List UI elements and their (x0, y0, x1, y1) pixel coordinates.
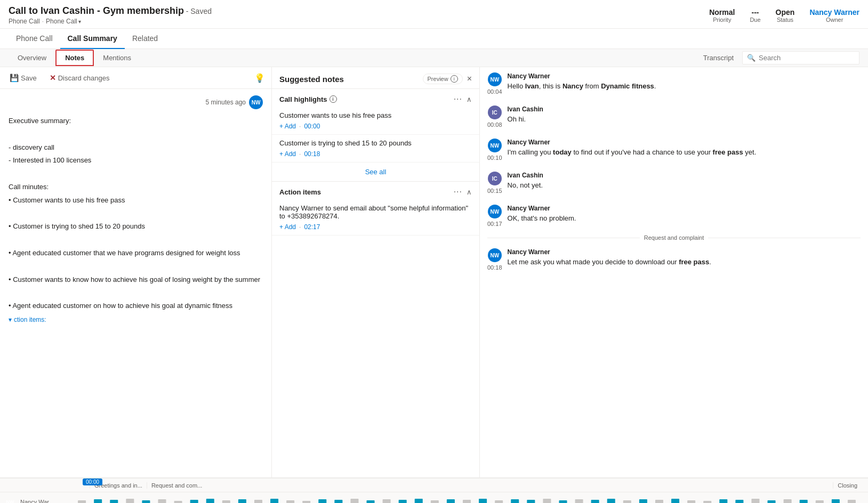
time-link-1[interactable]: 00:00 (304, 123, 320, 130)
preview-badge: Preview i (423, 74, 463, 84)
chevron-down-icon: ▾ (9, 316, 12, 323)
tab-phone-call[interactable]: Phone Call (9, 29, 60, 49)
svg-rect-47 (832, 499, 840, 503)
svg-rect-36 (655, 500, 663, 503)
transcript-entry-3: NW 00:10 Nancy Warner I'm calling you to… (480, 133, 868, 166)
transcript-entry-5: NW 00:17 Nancy Warner OK, that's no prob… (480, 199, 868, 232)
priority-meta: Normal Priority (709, 8, 735, 23)
search-input[interactable] (759, 54, 844, 62)
close-suggested-button[interactable]: × (467, 74, 472, 84)
info-icon-highlights: i (329, 95, 337, 103)
track-nw: NW Nancy War... (0, 494, 868, 503)
collapse-button[interactable]: ▾ ction items: (9, 314, 263, 326)
subtab-notes[interactable]: Notes (55, 50, 94, 66)
owner-meta[interactable]: Nancy Warner Owner (809, 8, 859, 23)
svg-rect-48 (848, 500, 856, 503)
timeline-tracks: NW Nancy War... (0, 492, 868, 503)
svg-rect-33 (607, 499, 615, 503)
save-button[interactable]: 💾 Save (6, 71, 40, 84)
svg-rect-23 (447, 499, 455, 503)
info-icon: i (451, 75, 458, 83)
avatar-nw-4: NW (488, 248, 502, 262)
svg-rect-43 (768, 500, 776, 503)
add-highlight-2-button[interactable]: + Add (279, 150, 296, 158)
svg-rect-41 (735, 500, 743, 503)
svg-rect-40 (719, 499, 727, 503)
svg-rect-38 (687, 500, 695, 503)
svg-rect-5 (158, 499, 166, 503)
header-subtitle: Phone Call · Phone Call ▾ (9, 18, 212, 25)
highlight-item-2-actions: + Add · 00:18 (279, 150, 472, 158)
search-box[interactable]: 🔍 (742, 51, 859, 64)
header-right: Normal Priority --- Due Open Status Nanc… (709, 8, 859, 23)
svg-rect-13 (286, 500, 294, 503)
action-more-button[interactable]: ··· (454, 187, 462, 197)
discard-button[interactable]: ✕ Discard changes (46, 71, 113, 84)
header: Call to Ivan Cashin - Gym membership - S… (0, 0, 868, 29)
action-items-section: Action items ··· ∧ Nancy Warner to send … (272, 182, 479, 241)
more-options-button[interactable]: ··· (454, 94, 462, 104)
svg-rect-7 (190, 500, 198, 503)
svg-rect-34 (623, 500, 631, 503)
section-actions-actions: ··· ∧ (454, 187, 472, 197)
collapse-actions-button[interactable]: ∧ (467, 188, 472, 196)
timeline-section-closing: Closing (833, 482, 868, 489)
notes-panel: 💾 Save ✕ Discard changes 💡 5 minutes ago… (0, 67, 272, 477)
subtab-overview[interactable]: Overview (9, 49, 55, 67)
timeline-section-request: Request and com... (147, 482, 206, 489)
suggested-title: Suggested notes (279, 75, 344, 84)
notes-content[interactable]: Executive summary: - discovery call - In… (9, 116, 263, 312)
action-items-title: Action items (279, 188, 321, 196)
notes-toolbar-right: 💡 (254, 73, 265, 83)
lightbulb-icon: 💡 (254, 74, 265, 83)
phone-call-dropdown[interactable]: Phone Call ▾ (46, 18, 81, 25)
transcript-panel: NW 00:04 Nancy Warner Hello Ivan, this i… (480, 67, 868, 477)
tab-related[interactable]: Related (125, 29, 165, 49)
svg-rect-28 (527, 500, 535, 503)
svg-rect-22 (431, 500, 439, 503)
svg-rect-46 (816, 500, 824, 503)
add-highlight-1-button[interactable]: + Add (279, 123, 296, 130)
time-link-2[interactable]: 00:18 (304, 150, 320, 158)
svg-rect-16 (334, 500, 342, 503)
call-highlights-title: Call highlights i (279, 95, 337, 103)
svg-rect-39 (703, 501, 711, 503)
due-meta: --- Due (750, 8, 760, 23)
chevron-down-icon: ▾ (78, 19, 81, 25)
action-time-link-1[interactable]: 02:17 (304, 223, 320, 231)
transcript-label: Transcript (695, 50, 742, 66)
svg-rect-18 (367, 500, 375, 503)
svg-rect-32 (591, 500, 599, 503)
svg-rect-10 (238, 499, 246, 503)
notes-timestamp: 5 minutes ago NW (9, 95, 263, 109)
svg-rect-15 (318, 499, 326, 503)
track-bars-nw (62, 498, 864, 503)
add-action-1-button[interactable]: + Add (279, 223, 296, 231)
svg-rect-31 (575, 499, 583, 503)
svg-rect-4 (142, 500, 150, 503)
svg-rect-2 (110, 500, 118, 503)
avatar-nw-2: NW (488, 139, 502, 152)
timeline-header: 00:00 Greetings and in... Request and co… (0, 478, 868, 492)
subtab-mentions[interactable]: Mentions (94, 49, 140, 67)
svg-rect-45 (800, 500, 808, 503)
svg-rect-37 (671, 499, 679, 503)
svg-rect-8 (206, 499, 214, 503)
svg-rect-1 (94, 499, 102, 503)
collapse-highlights-button[interactable]: ∧ (467, 95, 472, 103)
transcript-entry-4: IC 00:15 Ivan Cashin No, not yet. (480, 166, 868, 199)
action-item-1: Nancy Warner to send email about "some h… (272, 200, 479, 236)
svg-rect-3 (126, 499, 134, 503)
page-title: Call to Ivan Cashin - Gym membership - S… (9, 5, 212, 17)
status-meta: Open Status (776, 8, 795, 23)
sub-tabs-right: Transcript 🔍 (695, 50, 859, 66)
svg-rect-14 (302, 501, 310, 503)
close-icon: ✕ (50, 74, 56, 82)
call-highlights-section: Call highlights i ··· ∧ Customer wants t… (272, 89, 479, 182)
transcript-entry-1: NW 00:04 Nancy Warner Hello Ivan, this i… (480, 67, 868, 100)
tab-call-summary[interactable]: Call Summary (60, 29, 125, 49)
section-header-highlights: Call highlights i ··· ∧ (272, 89, 479, 107)
see-all-button[interactable]: See all (272, 163, 479, 182)
save-icon: 💾 (10, 74, 19, 82)
svg-rect-0 (78, 500, 86, 503)
